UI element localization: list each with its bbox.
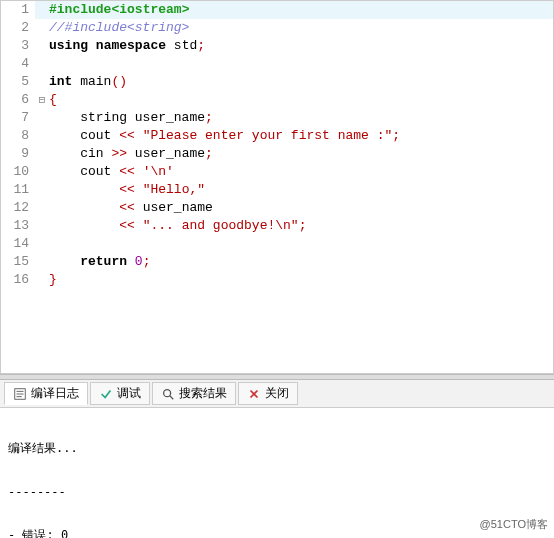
line-number: 5	[1, 73, 35, 91]
fold-toggle-icon	[35, 181, 49, 199]
code-text[interactable]: #include<iostream>	[49, 1, 189, 19]
code-line[interactable]: 13 << "... and goodbye!\n";	[1, 217, 553, 235]
code-text[interactable]: return 0;	[49, 253, 150, 271]
code-line[interactable]: 7 string user_name;	[1, 109, 553, 127]
fold-toggle-icon	[35, 235, 49, 253]
line-number: 3	[1, 37, 35, 55]
code-text[interactable]: << "... and goodbye!\n";	[49, 217, 306, 235]
log-icon	[13, 387, 27, 401]
code-text[interactable]: using namespace std;	[49, 37, 205, 55]
line-number: 7	[1, 109, 35, 127]
line-number: 11	[1, 181, 35, 199]
code-line[interactable]: 4	[1, 55, 553, 73]
code-text[interactable]: }	[49, 271, 57, 289]
line-number: 1	[1, 1, 35, 19]
output-pane: 编译结果... -------- - 错误: 0 - 警告: 0 - 输出文件名…	[0, 408, 554, 538]
svg-line-5	[170, 395, 174, 399]
line-number: 9	[1, 145, 35, 163]
code-line[interactable]: 10 cout << '\n'	[1, 163, 553, 181]
output-divider: --------	[8, 485, 546, 499]
code-text[interactable]: cin >> user_name;	[49, 145, 213, 163]
fold-toggle-icon	[35, 217, 49, 235]
code-line[interactable]: 5int main()	[1, 73, 553, 91]
close-icon	[247, 387, 261, 401]
fold-toggle-icon	[35, 163, 49, 181]
watermark: @51CTO博客	[480, 517, 548, 532]
line-number: 2	[1, 19, 35, 37]
code-text[interactable]: << "Hello,"	[49, 181, 205, 199]
fold-toggle-icon	[35, 1, 49, 19]
code-line[interactable]: 8 cout << "Please enter your first name …	[1, 127, 553, 145]
code-text[interactable]: {	[49, 91, 57, 109]
fold-toggle-icon	[35, 55, 49, 73]
tab-label: 搜索结果	[179, 385, 227, 402]
line-number: 4	[1, 55, 35, 73]
tab-search-results[interactable]: 搜索结果	[152, 382, 236, 405]
svg-point-4	[164, 389, 171, 396]
tab-close[interactable]: 关闭	[238, 382, 298, 405]
check-icon	[99, 387, 113, 401]
fold-toggle-icon	[35, 73, 49, 91]
line-number: 12	[1, 199, 35, 217]
code-line[interactable]: 15 return 0;	[1, 253, 553, 271]
search-icon	[161, 387, 175, 401]
tab-label: 关闭	[265, 385, 289, 402]
output-tabs: 编译日志调试搜索结果关闭	[0, 380, 554, 408]
line-number: 16	[1, 271, 35, 289]
code-line[interactable]: 11 << "Hello,"	[1, 181, 553, 199]
line-number: 14	[1, 235, 35, 253]
fold-toggle-icon	[35, 127, 49, 145]
fold-toggle-icon	[35, 199, 49, 217]
code-editor[interactable]: 1#include<iostream>2//#include<string>3u…	[0, 0, 554, 374]
tab-debug[interactable]: 调试	[90, 382, 150, 405]
code-line[interactable]: 12 << user_name	[1, 199, 553, 217]
fold-toggle-icon	[35, 37, 49, 55]
code-text[interactable]: //#include<string>	[49, 19, 189, 37]
line-number: 15	[1, 253, 35, 271]
code-line[interactable]: 14	[1, 235, 553, 253]
fold-toggle-icon	[35, 109, 49, 127]
line-number: 13	[1, 217, 35, 235]
fold-toggle-icon	[35, 253, 49, 271]
fold-toggle-icon	[35, 145, 49, 163]
code-text[interactable]: int main()	[49, 73, 127, 91]
code-text[interactable]: cout << '\n'	[49, 163, 174, 181]
tab-label: 编译日志	[31, 385, 79, 402]
code-text[interactable]: << user_name	[49, 199, 213, 217]
line-number: 10	[1, 163, 35, 181]
code-line[interactable]: 3using namespace std;	[1, 37, 553, 55]
code-line[interactable]: 1#include<iostream>	[1, 1, 553, 19]
output-errors: - 错误: 0	[8, 527, 546, 538]
line-number: 6	[1, 91, 35, 109]
output-header: 编译结果...	[8, 440, 546, 457]
fold-toggle-icon	[35, 19, 49, 37]
line-number: 8	[1, 127, 35, 145]
code-text[interactable]: cout << "Please enter your first name :"…	[49, 127, 400, 145]
code-line[interactable]: 2//#include<string>	[1, 19, 553, 37]
fold-toggle-icon	[35, 271, 49, 289]
tab-compile-log[interactable]: 编译日志	[4, 382, 88, 405]
tab-label: 调试	[117, 385, 141, 402]
code-line[interactable]: 9 cin >> user_name;	[1, 145, 553, 163]
code-line[interactable]: 16}	[1, 271, 553, 289]
code-text[interactable]: string user_name;	[49, 109, 213, 127]
fold-toggle-icon[interactable]: ⊟	[35, 91, 49, 109]
code-line[interactable]: 6⊟{	[1, 91, 553, 109]
